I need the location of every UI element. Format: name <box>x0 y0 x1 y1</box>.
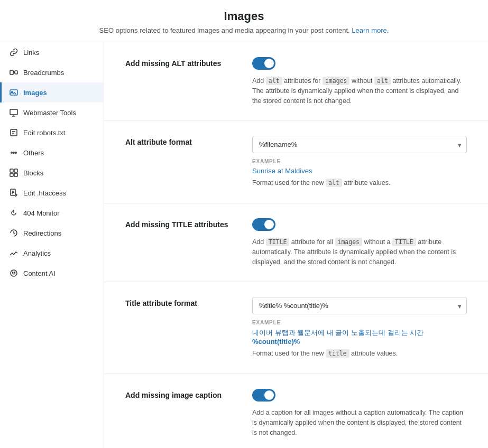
toggle-alt-slider <box>252 57 275 70</box>
svg-rect-5 <box>11 129 17 136</box>
svg-point-7 <box>13 152 14 153</box>
sidebar-item-404[interactable]: 404 Monitor <box>0 203 104 223</box>
label-add-alt: Add missing ALT attributes <box>125 57 231 68</box>
sidebar-label-links: Links <box>23 49 39 57</box>
section-alt-format: Alt attribute format %filename% ▾ EXAMPL… <box>104 121 488 203</box>
code-title-format: title <box>326 349 349 358</box>
example-value-title: 네이버 뷰탭과 웰문서에 내 글이 노출되는데 걸리는 시간 %count(ti… <box>252 328 467 346</box>
sidebar-item-breadcrumbs[interactable]: Breadcrumbs <box>0 62 104 82</box>
sidebar-item-htaccess[interactable]: Edit .htaccess <box>0 183 104 203</box>
control-add-caption: Add a caption for all images without a c… <box>252 389 467 437</box>
control-title-format: %title% %count(title)% ▾ EXAMPLE 네이버 뷰탭과… <box>252 297 467 359</box>
svg-rect-9 <box>10 169 13 172</box>
svg-rect-12 <box>14 173 17 176</box>
toggle-title[interactable] <box>252 218 275 231</box>
toggle-wrap-caption <box>252 389 467 402</box>
content-ai-icon <box>9 268 19 278</box>
section-add-caption: Add missing image caption Add a caption … <box>104 374 488 448</box>
sidebar-item-images[interactable]: Images <box>0 82 104 102</box>
code-title2: TITLE <box>392 238 416 246</box>
control-alt-format: %filename% ▾ EXAMPLE Sunrise at Maldives… <box>252 136 467 188</box>
blocks-icon <box>9 168 19 178</box>
svg-point-8 <box>15 152 16 153</box>
webmaster-icon <box>9 108 19 117</box>
section-add-alt: Add missing ALT attributes Add alt attri… <box>104 42 488 121</box>
example-bold-title: %count(title)% <box>252 338 300 346</box>
redirections-icon <box>9 228 19 238</box>
svg-point-16 <box>14 272 15 273</box>
sidebar: Links Breadcrumbs Images Webmaster Tools <box>0 42 104 448</box>
example-link-alt: Sunrise at Maldives <box>252 167 312 175</box>
sidebar-item-blocks[interactable]: Blocks <box>0 163 104 183</box>
sidebar-label-images: Images <box>23 89 47 97</box>
sidebar-item-content-ai[interactable]: Content AI <box>0 263 104 283</box>
sidebar-label-404: 404 Monitor <box>23 209 60 217</box>
sidebar-label-blocks: Blocks <box>23 169 43 177</box>
example-link-title: 네이버 뷰탭과 웰문서에 내 글이 노출되는데 걸리는 시간 %count(ti… <box>252 329 423 346</box>
svg-point-6 <box>11 152 12 153</box>
learn-more-link[interactable]: Learn more <box>352 26 386 34</box>
monitor-icon <box>9 208 19 218</box>
desc-add-title: Add TITLE attribute for all images witho… <box>252 237 467 267</box>
dropdown-wrap-alt: %filename% ▾ <box>252 136 467 153</box>
example-label-alt: EXAMPLE <box>252 158 467 164</box>
page-header: Images SEO options related to featured i… <box>0 0 488 42</box>
toggle-wrap-alt <box>252 57 467 70</box>
content-area: Add missing ALT attributes Add alt attri… <box>104 42 488 448</box>
sidebar-item-analytics[interactable]: Analytics <box>0 243 104 263</box>
breadcrumbs-icon <box>9 68 19 77</box>
example-value-alt: Sunrise at Maldives <box>252 167 467 175</box>
code-images2: images <box>335 238 363 246</box>
code-alt-format: alt <box>326 179 342 187</box>
main-layout: Links Breadcrumbs Images Webmaster Tools <box>0 42 488 448</box>
svg-rect-4 <box>10 109 17 115</box>
toggle-caption-slider <box>252 389 275 402</box>
label-alt-format: Alt attribute format <box>125 136 231 146</box>
others-icon <box>9 148 19 157</box>
label-title-format: Title attribute format <box>125 297 231 307</box>
page-description: SEO options related to featured images a… <box>11 26 477 34</box>
analytics-icon <box>9 248 19 258</box>
sidebar-label-breadcrumbs: Breadcrumbs <box>23 69 64 77</box>
code-alt1: alt <box>266 77 282 85</box>
example-label-title: EXAMPLE <box>252 320 467 325</box>
svg-rect-0 <box>10 70 13 74</box>
sidebar-label-content-ai: Content AI <box>23 269 56 277</box>
section-title-format: Title attribute format %title% %count(ti… <box>104 282 488 374</box>
format-desc-alt: Format used for the new alt attribute va… <box>252 178 467 188</box>
control-add-title: Add TITLE attribute for all images witho… <box>252 218 467 267</box>
toggle-wrap-title <box>252 218 467 231</box>
toggle-title-slider <box>252 218 275 231</box>
code-images1: images <box>323 77 350 85</box>
code-alt2: alt <box>374 77 391 85</box>
dropdown-wrap-title: %title% %count(title)% ▾ <box>252 297 467 314</box>
section-add-title: Add missing TITLE attributes Add TITLE a… <box>104 203 488 282</box>
dropdown-alt-format[interactable]: %filename% <box>252 136 467 153</box>
sidebar-label-others: Others <box>23 149 44 157</box>
label-add-caption: Add missing image caption <box>125 389 231 399</box>
svg-point-15 <box>12 272 13 273</box>
code-title1: TITLE <box>266 238 290 246</box>
control-add-alt: Add alt attributes for images without al… <box>252 57 467 106</box>
toggle-alt[interactable] <box>252 57 275 70</box>
sidebar-label-webmaster: Webmaster Tools <box>23 109 76 117</box>
sidebar-item-redirections[interactable]: Redirections <box>0 223 104 243</box>
toggle-caption[interactable] <box>252 389 275 402</box>
page-title: Images <box>11 10 477 23</box>
desc-add-alt: Add alt attributes for images without al… <box>252 76 467 106</box>
svg-rect-1 <box>15 71 17 74</box>
sidebar-item-edit-robots[interactable]: Edit robots.txt <box>0 123 104 143</box>
desc-add-caption: Add a caption for all images without a c… <box>252 408 467 437</box>
images-icon <box>9 88 19 97</box>
sidebar-item-others[interactable]: Others <box>0 143 104 163</box>
sidebar-item-webmaster-tools[interactable]: Webmaster Tools <box>0 102 104 123</box>
format-desc-title: Format used for the new title attribute … <box>252 349 467 359</box>
htaccess-icon <box>9 188 19 198</box>
dropdown-title-format[interactable]: %title% %count(title)% <box>252 297 467 314</box>
robots-icon <box>9 128 19 137</box>
sidebar-label-analytics: Analytics <box>23 249 51 257</box>
sidebar-item-links[interactable]: Links <box>0 42 104 62</box>
sidebar-label-htaccess: Edit .htaccess <box>23 189 66 197</box>
svg-point-14 <box>11 270 17 276</box>
svg-rect-10 <box>14 169 17 172</box>
